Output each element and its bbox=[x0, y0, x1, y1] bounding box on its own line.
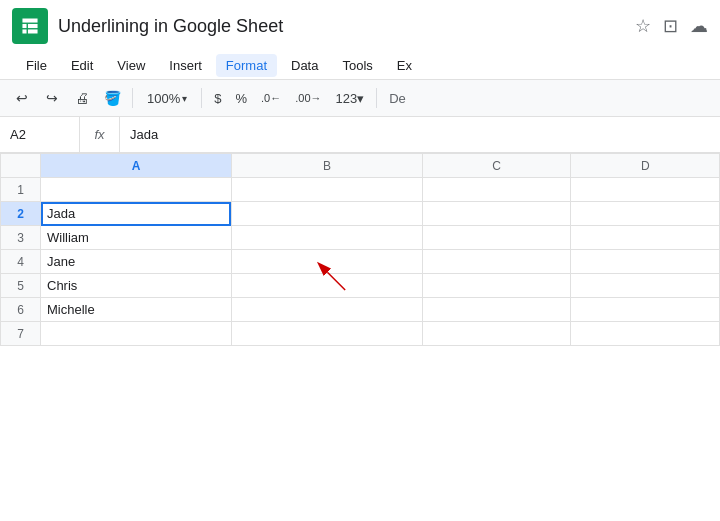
cell-c3[interactable] bbox=[422, 226, 571, 250]
cell-c5[interactable] bbox=[422, 274, 571, 298]
cell-a7[interactable] bbox=[41, 322, 232, 346]
cell-c7[interactable] bbox=[422, 322, 571, 346]
cell-d5[interactable] bbox=[571, 274, 720, 298]
toolbar-divider-3 bbox=[376, 88, 377, 108]
cell-d2[interactable] bbox=[571, 202, 720, 226]
cell-b5[interactable] bbox=[231, 274, 422, 298]
print-button[interactable]: 🖨 bbox=[68, 84, 96, 112]
cell-a5[interactable]: Chris bbox=[41, 274, 232, 298]
drive-icon[interactable]: ⊡ bbox=[663, 15, 678, 37]
row-header-1[interactable]: 1 bbox=[1, 178, 41, 202]
spreadsheet: A B C D 1 2 Jada 3 Wi bbox=[0, 153, 720, 346]
zoom-selector[interactable]: 100% ▾ bbox=[139, 89, 195, 108]
app-logo[interactable] bbox=[12, 8, 48, 44]
sheet-container: A B C D 1 2 Jada 3 Wi bbox=[0, 153, 720, 346]
cell-d7[interactable] bbox=[571, 322, 720, 346]
menu-data[interactable]: Data bbox=[281, 54, 328, 77]
cloud-icon[interactable]: ☁ bbox=[690, 15, 708, 37]
menu-extensions[interactable]: Ex bbox=[387, 54, 422, 77]
toolbar-divider-2 bbox=[201, 88, 202, 108]
paint-format-button[interactable]: 🪣 bbox=[98, 84, 126, 112]
format-number-button[interactable]: 123▾ bbox=[330, 89, 371, 108]
menu-tools[interactable]: Tools bbox=[332, 54, 382, 77]
row-header-3[interactable]: 3 bbox=[1, 226, 41, 250]
toolbar: ↩ ↪ 🖨 🪣 100% ▾ $ % .0← .00→ 123▾ De bbox=[0, 79, 720, 117]
more-toolbar-label: De bbox=[383, 89, 412, 108]
cell-a1[interactable] bbox=[41, 178, 232, 202]
undo-button[interactable]: ↩ bbox=[8, 84, 36, 112]
menu-bar: File Edit View Insert Format Data Tools … bbox=[0, 52, 720, 79]
menu-view[interactable]: View bbox=[107, 54, 155, 77]
table-row: 1 bbox=[1, 178, 720, 202]
decimal-increase-button[interactable]: .00→ bbox=[289, 90, 327, 106]
cell-c1[interactable] bbox=[422, 178, 571, 202]
cell-a4[interactable]: Jane bbox=[41, 250, 232, 274]
toolbar-divider-1 bbox=[132, 88, 133, 108]
table-row: 3 William bbox=[1, 226, 720, 250]
col-header-c[interactable]: C bbox=[422, 154, 571, 178]
table-row: 5 Chris bbox=[1, 274, 720, 298]
cell-a3[interactable]: William bbox=[41, 226, 232, 250]
cell-reference[interactable]: A2 bbox=[0, 117, 80, 152]
cell-d1[interactable] bbox=[571, 178, 720, 202]
cell-b2[interactable] bbox=[231, 202, 422, 226]
cell-c6[interactable] bbox=[422, 298, 571, 322]
table-row: 4 Jane bbox=[1, 250, 720, 274]
cell-b7[interactable] bbox=[231, 322, 422, 346]
row-header-4[interactable]: 4 bbox=[1, 250, 41, 274]
col-header-d[interactable]: D bbox=[571, 154, 720, 178]
decimal-decrease-button[interactable]: .0← bbox=[255, 90, 287, 106]
cell-b4[interactable] bbox=[231, 250, 422, 274]
cell-d6[interactable] bbox=[571, 298, 720, 322]
row-header-5[interactable]: 5 bbox=[1, 274, 41, 298]
row-header-6[interactable]: 6 bbox=[1, 298, 41, 322]
cell-a6[interactable]: Michelle bbox=[41, 298, 232, 322]
svg-rect-0 bbox=[22, 18, 39, 35]
title-bar: Underlining in Google Sheet ☆ ⊡ ☁ bbox=[0, 0, 720, 52]
zoom-dropdown-icon: ▾ bbox=[182, 93, 187, 104]
cell-a2[interactable]: Jada bbox=[41, 202, 232, 226]
menu-file[interactable]: File bbox=[16, 54, 57, 77]
row-header-7[interactable]: 7 bbox=[1, 322, 41, 346]
cell-d3[interactable] bbox=[571, 226, 720, 250]
cell-b6[interactable] bbox=[231, 298, 422, 322]
cell-c4[interactable] bbox=[422, 250, 571, 274]
cell-c2[interactable] bbox=[422, 202, 571, 226]
menu-insert[interactable]: Insert bbox=[159, 54, 212, 77]
page-title: Underlining in Google Sheet bbox=[58, 16, 625, 37]
sheets-logo-icon bbox=[19, 15, 41, 37]
cell-b1[interactable] bbox=[231, 178, 422, 202]
col-header-b[interactable]: B bbox=[231, 154, 422, 178]
star-icon[interactable]: ☆ bbox=[635, 15, 651, 37]
redo-button[interactable]: ↪ bbox=[38, 84, 66, 112]
corner-header bbox=[1, 154, 41, 178]
cell-b3[interactable] bbox=[231, 226, 422, 250]
zoom-value: 100% bbox=[147, 91, 180, 106]
title-icons-group: ☆ ⊡ ☁ bbox=[635, 15, 708, 37]
row-header-2[interactable]: 2 bbox=[1, 202, 41, 226]
table-row: 7 bbox=[1, 322, 720, 346]
cell-d4[interactable] bbox=[571, 250, 720, 274]
formula-bar: A2 fx bbox=[0, 117, 720, 153]
col-header-a[interactable]: A bbox=[41, 154, 232, 178]
table-row: 6 Michelle bbox=[1, 298, 720, 322]
menu-edit[interactable]: Edit bbox=[61, 54, 103, 77]
currency-button[interactable]: $ bbox=[208, 89, 227, 108]
table-row: 2 Jada bbox=[1, 202, 720, 226]
percent-button[interactable]: % bbox=[229, 89, 253, 108]
formula-icon: fx bbox=[80, 117, 120, 152]
menu-format[interactable]: Format bbox=[216, 54, 277, 77]
formula-input[interactable] bbox=[120, 127, 720, 142]
